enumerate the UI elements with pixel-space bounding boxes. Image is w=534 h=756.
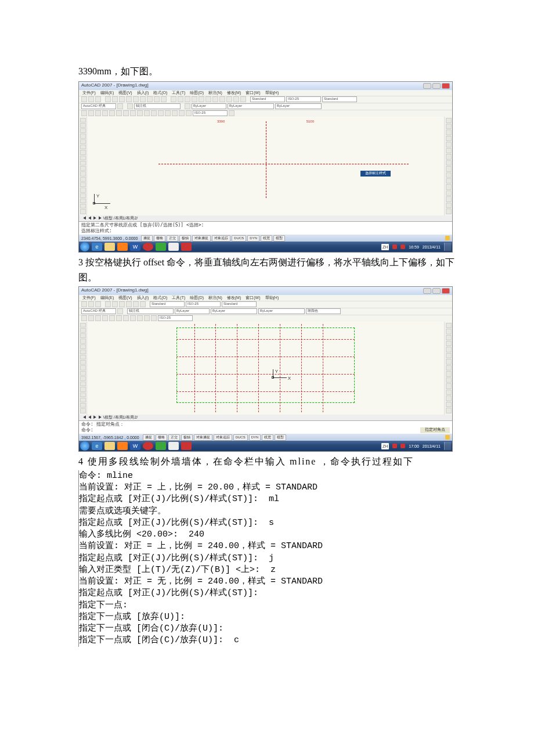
lineweight-drop[interactable]: ByLayer: [275, 103, 322, 109]
ie-icon[interactable]: e: [92, 243, 102, 251]
xline-icon[interactable]: [80, 328, 86, 333]
dim-edit-icon[interactable]: [172, 110, 178, 116]
stretch-icon[interactable]: [446, 371, 452, 376]
pline-icon[interactable]: [80, 333, 86, 338]
rotate-icon[interactable]: [446, 359, 452, 364]
osnap-toggle[interactable]: 对象捕捉: [192, 235, 211, 242]
lineweight-drop[interactable]: ByLayer: [258, 308, 305, 314]
erase-icon[interactable]: [446, 323, 452, 328]
ducs-toggle[interactable]: DUCS: [233, 434, 248, 441]
gradient-icon[interactable]: [80, 193, 86, 198]
insert-icon[interactable]: [80, 171, 86, 176]
tray-icon[interactable]: [392, 444, 397, 448]
scale-icon[interactable]: [446, 160, 452, 165]
show-desktop[interactable]: [444, 442, 451, 450]
dim-quick-icon[interactable]: [130, 315, 136, 321]
drawing-area[interactable]: 3390 5100 选择标注样式 YX: [79, 117, 452, 215]
undo-icon[interactable]: [154, 96, 160, 102]
start-button[interactable]: [80, 242, 89, 251]
menu-item[interactable]: 帮助(H): [265, 89, 279, 96]
print-icon[interactable]: [105, 301, 111, 307]
layer-drop[interactable]: 轴注线: [127, 308, 174, 314]
menu-item[interactable]: 文件(F): [82, 89, 96, 96]
maximize-button[interactable]: [432, 288, 441, 294]
zoom-icon[interactable]: [178, 96, 183, 102]
workspace-drop[interactable]: AutoCAD 经典: [81, 103, 116, 109]
join-icon[interactable]: [446, 190, 452, 196]
snap-toggle[interactable]: 捕捉: [141, 235, 153, 242]
model-toggle[interactable]: 模型: [275, 434, 286, 441]
minimize-button[interactable]: [423, 83, 431, 89]
help-icon[interactable]: [240, 96, 246, 102]
menu-item[interactable]: 编辑(E): [100, 89, 114, 96]
model-toggle[interactable]: 模型: [273, 235, 285, 242]
tray-icon[interactable]: [400, 244, 405, 249]
ortho-toggle[interactable]: 正交: [167, 235, 178, 242]
menu-item[interactable]: 视图(V): [118, 294, 132, 301]
paste-icon[interactable]: [126, 301, 132, 307]
copy-obj-icon[interactable]: [446, 124, 452, 129]
poly-icon[interactable]: [80, 339, 86, 343]
circle-icon[interactable]: [80, 355, 86, 359]
copy-icon[interactable]: [119, 301, 125, 307]
arc-icon[interactable]: [80, 350, 86, 354]
ws-settings-icon[interactable]: [117, 308, 123, 314]
dim-update-icon[interactable]: [186, 110, 192, 116]
dim-linear-icon[interactable]: [81, 315, 87, 321]
menu-item[interactable]: 格式(O): [153, 294, 167, 301]
otrack-toggle[interactable]: 对象追踪: [214, 434, 232, 441]
hatch-icon[interactable]: [80, 188, 86, 192]
offset-icon[interactable]: [446, 341, 452, 346]
print-icon[interactable]: [105, 96, 111, 102]
linetype-drop[interactable]: ByLayer: [228, 103, 274, 109]
dim-style-drop[interactable]: ISO-25: [286, 96, 321, 102]
notepad-icon[interactable]: [168, 243, 179, 251]
new-icon[interactable]: [81, 301, 87, 307]
lwt-toggle[interactable]: 线宽: [262, 434, 273, 441]
mtext-icon[interactable]: [80, 209, 86, 214]
explode-icon[interactable]: [446, 208, 452, 214]
ssm-icon[interactable]: [219, 96, 225, 102]
point-icon[interactable]: [80, 387, 86, 391]
paste-icon[interactable]: [140, 96, 146, 102]
publish-icon[interactable]: [119, 96, 125, 102]
menu-item[interactable]: 文件(F): [82, 294, 96, 301]
pline-icon[interactable]: [80, 128, 86, 133]
menu-item[interactable]: 窗口(W): [246, 294, 260, 301]
table-style-drop[interactable]: Standard: [222, 301, 257, 307]
block-icon[interactable]: [80, 177, 86, 182]
qq-icon[interactable]: [143, 442, 153, 450]
layer-prev-icon[interactable]: [185, 103, 190, 109]
erase-icon[interactable]: [446, 118, 452, 123]
region-icon[interactable]: [80, 398, 86, 402]
polar-toggle[interactable]: 极轴: [181, 434, 193, 441]
array-icon[interactable]: [446, 347, 452, 352]
lock-icon[interactable]: [445, 236, 450, 240]
tray-icon[interactable]: [400, 444, 405, 448]
word-icon[interactable]: W: [130, 243, 140, 251]
dyn-toggle[interactable]: DYN: [249, 434, 261, 441]
menu-item[interactable]: 插入(I): [137, 294, 149, 301]
color-drop[interactable]: ByLayer: [192, 103, 226, 109]
dim-angle-icon[interactable]: [130, 110, 136, 116]
line-icon[interactable]: [80, 323, 86, 327]
close-button[interactable]: [442, 288, 450, 294]
notepad-icon[interactable]: [168, 442, 179, 450]
explode-icon[interactable]: [446, 408, 452, 413]
dim-radius-icon[interactable]: [109, 110, 115, 116]
extend-icon[interactable]: [446, 383, 452, 388]
menu-item[interactable]: 编辑(E): [100, 294, 114, 301]
ellipse-icon[interactable]: [80, 166, 86, 171]
dim-style-icon[interactable]: [229, 110, 234, 116]
props-icon[interactable]: [199, 96, 204, 102]
dim-style-drop2[interactable]: ISO-25: [158, 315, 193, 321]
show-desktop[interactable]: [444, 243, 451, 251]
dyn-toggle[interactable]: DYN: [247, 235, 259, 242]
save-icon[interactable]: [95, 301, 101, 307]
break-icon[interactable]: [446, 390, 452, 395]
word-icon[interactable]: W: [130, 442, 140, 450]
color-drop[interactable]: ByLayer: [175, 308, 210, 314]
explorer-icon[interactable]: [104, 243, 115, 251]
revcloud-icon[interactable]: [80, 156, 86, 160]
command-line[interactable]: 命令: 指定对角点： 命令:指定对角点: [79, 420, 452, 434]
